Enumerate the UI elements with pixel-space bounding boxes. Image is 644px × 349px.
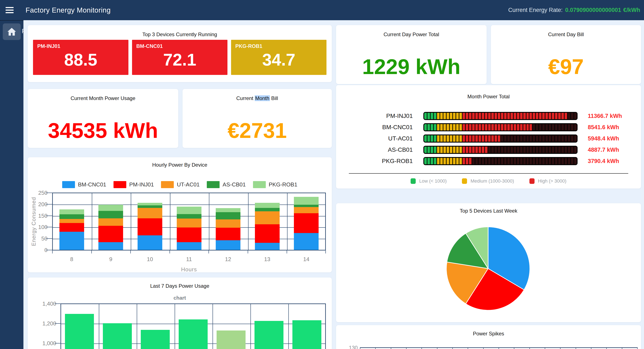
led-segment: [488, 124, 491, 130]
led-segment: [501, 113, 504, 119]
stacked-bar-segment: [60, 232, 84, 250]
spikes-x-tick: [437, 347, 438, 349]
led-segment: [552, 124, 554, 130]
stacked-bar-segment: [294, 205, 318, 207]
hamburger-menu-icon[interactable]: [6, 6, 15, 14]
stacked-bar-segment: [216, 240, 240, 250]
stacked-bar-segment: [177, 228, 202, 242]
stacked-bar-segment: [255, 211, 280, 224]
x-tick-label: 11: [186, 256, 192, 263]
led-segment: [469, 113, 472, 119]
led-segment: [459, 158, 462, 164]
led-segment: [523, 147, 526, 153]
led-segment: [437, 135, 440, 142]
led-segment: [510, 147, 513, 153]
top3-tiles: PM-INJ0188.5BM-CNC0172.1PKG-ROB134.7: [33, 40, 326, 75]
spikes-x-tick: [514, 347, 514, 349]
led-segment: [564, 135, 567, 142]
x-tick-mark: [170, 251, 170, 254]
y-axis-name: Energy Consumed: [30, 197, 37, 246]
led-segment: [542, 113, 545, 119]
device-tile-value: 88.5: [33, 50, 128, 70]
led-segment: [561, 124, 564, 130]
led-segment: [424, 147, 427, 153]
card-title: Current Day Bill: [491, 31, 641, 37]
led-row: AS-CB014887.7 kWh: [342, 146, 635, 154]
led-segment: [446, 135, 449, 142]
device-kwh-value: 11366.7 kWh: [588, 113, 622, 119]
led-segment: [475, 124, 478, 130]
led-segment: [546, 158, 548, 164]
y-tick-label: 1,200: [28, 320, 56, 327]
led-segment: [437, 124, 440, 130]
led-segment: [574, 158, 577, 164]
led-segment: [510, 158, 513, 164]
stacked-bar-segment: [177, 207, 202, 214]
stacked-bar-segment: [98, 205, 123, 211]
led-legend: Low (< 1000)Medium (1000-3000)High (> 30…: [336, 178, 641, 184]
led-segment: [472, 113, 475, 119]
spikes-x-tick: [637, 347, 638, 349]
led-segment: [507, 158, 510, 164]
y-tick-label: 1,400: [28, 301, 56, 307]
led-segment: [475, 135, 478, 142]
x-tick-mark: [287, 251, 287, 254]
day-usage-bar: [216, 331, 246, 349]
led-segment: [444, 147, 446, 153]
y-tick-mark: [54, 304, 60, 304]
led-segment: [507, 113, 510, 119]
led-segment: [561, 158, 564, 164]
led-segment: [504, 124, 507, 130]
led-segment: [536, 158, 538, 164]
led-segment: [459, 147, 462, 153]
led-segment: [571, 113, 574, 119]
led-segment: [485, 135, 488, 142]
led-segment: [446, 147, 449, 153]
spikes-x-tick: [375, 347, 376, 349]
stacked-bar-segment: [216, 208, 240, 212]
led-segment: [424, 135, 427, 142]
led-segment: [472, 124, 475, 130]
led-segment: [517, 135, 520, 142]
led-segment: [501, 158, 504, 164]
led-segment: [542, 147, 545, 153]
device-tile-name: BM-CNC01: [136, 43, 163, 49]
led-segment: [494, 158, 497, 164]
led-segment: [456, 135, 459, 142]
spikes-x-tick: [468, 347, 468, 349]
led-segment: [558, 113, 561, 119]
led-segment: [558, 135, 561, 142]
led-segment: [568, 124, 570, 130]
led-segment: [561, 113, 564, 119]
gridline-v: [137, 304, 137, 349]
led-segment: [523, 135, 526, 142]
led-segment: [472, 147, 475, 153]
led-segment: [437, 113, 440, 119]
led-segment: [523, 158, 526, 164]
spikes-x-tick: [606, 347, 607, 349]
led-segment: [498, 113, 500, 119]
led-segment: [552, 147, 554, 153]
led-segment: [469, 124, 472, 130]
led-segment: [542, 135, 545, 142]
led-segment: [536, 113, 538, 119]
spikes-x-tick: [452, 347, 453, 349]
x-tick-label: 10: [147, 256, 153, 263]
stacked-bar-segment: [60, 214, 84, 219]
led-segment: [478, 124, 481, 130]
device-tile: BM-CNC0172.1: [132, 40, 228, 75]
led-segment: [548, 113, 551, 119]
stacked-bar-segment: [255, 243, 280, 250]
app-title: Factory Energy Monitoring: [26, 6, 111, 14]
led-segment: [450, 124, 452, 130]
led-segment: [564, 147, 567, 153]
stacked-bar-segment: [216, 212, 240, 219]
card-title: Month Power Total: [336, 94, 641, 100]
led-segment: [453, 124, 456, 130]
led-segment: [536, 124, 538, 130]
led-segment: [539, 158, 542, 164]
card-top3-devices: Top 3 Devices Currently Running PM-INJ01…: [28, 25, 332, 82]
led-segment: [485, 158, 488, 164]
sidebar-home-button[interactable]: [3, 23, 21, 40]
led-segment: [475, 158, 478, 164]
